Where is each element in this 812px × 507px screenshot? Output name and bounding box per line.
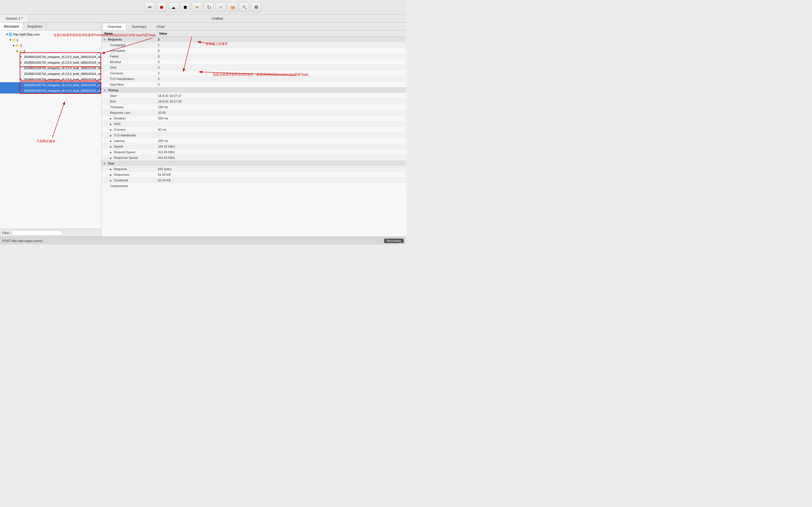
row-latency[interactable]: ▶Latency 105 ms [101, 138, 406, 144]
basket-btn[interactable]: 🧺 [227, 2, 238, 12]
tree-file-7[interactable]: ✕ 20180810165734_ninegame_v5.2.0.0_build… [0, 88, 101, 94]
left-panel: Structure Sequence ▼ 🌐 http://gdl.25pp.c… [0, 22, 101, 237]
row-end: End 18-8-21 16:57:28 [101, 99, 406, 104]
row-req-per-sec: Requests / sec 10.05 [101, 110, 406, 115]
tree-file-2[interactable]: ✕ 20180810165734_ninegame_v5.2.0.0_build… [0, 60, 101, 65]
row-req-speed[interactable]: ▶Request Speed 913.09 KB/s [101, 149, 406, 155]
error-icon-2: ✕ [19, 61, 23, 64]
untitled-label: Untitled [29, 15, 406, 22]
row-tls-handshakes: TLS Handshakes 0 [101, 76, 406, 82]
tools-btn[interactable]: 🔧 [239, 2, 250, 12]
post-url: POST http://get.sogou.com/q [2, 239, 42, 242]
row-responses[interactable]: ▶Responses 61.58 KB [101, 172, 406, 177]
recording-area: Recording [384, 238, 404, 243]
row-failed: Failed 0 [101, 54, 406, 59]
row-combined[interactable]: ▶Combined 62.49 KB [101, 177, 406, 183]
tab-structure[interactable]: Structure [0, 22, 23, 30]
error-icon-5: ✕ [19, 78, 23, 81]
tree-folder-s[interactable]: ▼ 📁 s [0, 37, 101, 43]
section-requests[interactable]: ▼ Requests 2 [101, 37, 406, 42]
row-connect[interactable]: ▶Connect 90 ms [101, 127, 406, 132]
tree-file-5[interactable]: ✕ 20180810165734_ninegame_v5.2.0.0_build… [0, 76, 101, 82]
filter-label: Filter: [2, 231, 10, 235]
tree-file-4[interactable]: 📄 20180810165734_ninegame_v5.2.0.0_build… [0, 71, 101, 76]
row-size-requests[interactable]: ▶Requests 935 bytes [101, 166, 406, 172]
error-icon-7: ✕ [19, 89, 23, 93]
recording-button[interactable]: Recording [384, 238, 404, 243]
edit-btn[interactable]: ✒ [192, 2, 202, 12]
row-incomplete: Incomplete 0 [101, 48, 406, 54]
stop-btn[interactable]: ⏹ [180, 2, 190, 12]
row-dns-req: DNS 0 [101, 65, 406, 70]
error-icon-1: ✕ [19, 55, 23, 59]
right-tabs: Overview Summary Chart [101, 22, 406, 31]
col-header: Name Value [101, 31, 406, 37]
row-connects: Connects 2 [101, 70, 406, 76]
row-completed: Completed 2 [101, 42, 406, 48]
row-tls-handshake[interactable]: ▶TLS Handshake - [101, 132, 406, 138]
tab-chart[interactable]: Chart [152, 23, 169, 30]
tree-folder-3a[interactable]: ▼ 📁 3 [0, 43, 101, 48]
tree-root[interactable]: ▼ 🌐 http://gdl.25pp.com [0, 32, 101, 37]
col-name-header: Name [101, 32, 158, 35]
row-start: Start 18-8-21 16:57:27 [101, 93, 406, 99]
tab-sequence[interactable]: Sequence [23, 22, 47, 30]
tab-summary[interactable]: Summary [128, 23, 151, 30]
row-speed[interactable]: ▶Speed 184.35 KB/s [101, 144, 406, 149]
refresh-btn[interactable]: ↻ [204, 2, 214, 12]
record-btn[interactable]: ⏺ [156, 2, 167, 12]
row-compression: Compression - [101, 183, 406, 189]
status-bar: POST http://get.sogou.com/q Recording [0, 237, 406, 244]
col-value-header: Value [158, 32, 406, 35]
section-size[interactable]: ▼ Size [101, 161, 406, 166]
pen-tool-btn[interactable]: ✏ [145, 2, 155, 12]
tree-folder-3b[interactable]: ▼ 📁 3 [0, 48, 101, 54]
settings-btn[interactable]: ⚙ [251, 2, 261, 12]
row-blocked: Blocked 0 [101, 59, 406, 65]
folder-icon-3b: 📁 [18, 50, 22, 53]
session-tab[interactable]: Session 1 * [0, 15, 29, 22]
folder-icon-s: 📁 [12, 38, 16, 42]
tab-overview[interactable]: Overview [103, 23, 126, 30]
overview-table: ▼ Requests 2 Completed 2 Incomplete 0 Fa… [101, 37, 406, 237]
toolbar: ✏ ⏺ ☁ ⏹ ✒ ↻ ✓ 🧺 🔧 ⚙ [0, 0, 406, 15]
tree-file-1[interactable]: ✕ 20180810165734_ninegame_v5.2.0.0_build… [0, 54, 101, 60]
folder-icon-3a: 📁 [15, 44, 19, 48]
row-dns-timing[interactable]: ▶DNS - [101, 121, 406, 127]
section-timing[interactable]: ▼ Timing [101, 87, 406, 93]
cloud-btn[interactable]: ☁ [168, 2, 179, 12]
tree-file-3[interactable]: 📄 20180810165734_ninegame_v5.2.0.0_build… [0, 65, 101, 71]
globe-icon: 🌐 [8, 33, 12, 36]
check-btn[interactable]: ✓ [216, 2, 226, 12]
row-timespan: Timespan 199 ms [101, 104, 406, 110]
file-icon-3: 📄 [19, 66, 23, 70]
error-icon-6: ✕ [19, 83, 23, 87]
row-kept-alive: Kept Alive 0 [101, 82, 406, 87]
tree-view: ▼ 🌐 http://gdl.25pp.com ▼ 📁 s ▼ 📁 3 [0, 31, 101, 229]
main-area: Structure Sequence ▼ 🌐 http://gdl.25pp.c… [0, 22, 406, 237]
row-duration[interactable]: ▶Duration 339 ms [101, 115, 406, 121]
session-bar: Session 1 * Untitled [0, 15, 406, 22]
row-resp-speed[interactable]: ▶Response Speed 443.03 KB/s [101, 155, 406, 161]
filter-input[interactable] [12, 230, 63, 235]
right-panel: Overview Summary Chart Name Value ▼ Requ… [101, 22, 406, 237]
tree-file-6[interactable]: ✕ 20180810165734_ninegame_v5.2.0.0_build… [0, 82, 101, 88]
file-icon-4: 📄 [19, 72, 23, 76]
filter-bar: Filter: [0, 229, 101, 237]
left-tabs: Structure Sequence [0, 22, 101, 31]
